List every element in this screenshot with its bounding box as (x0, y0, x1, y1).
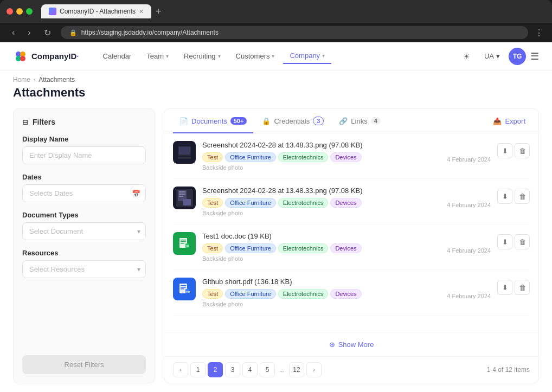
delete-button[interactable]: 🗑 (515, 280, 530, 295)
back-button[interactable]: ‹ (9, 27, 18, 38)
nav-item-calendar[interactable]: Calendar (97, 49, 138, 63)
show-more-button[interactable]: ⊕ Show More (164, 332, 538, 356)
file-preview-icon (176, 144, 193, 161)
svg-rect-12 (179, 196, 183, 197)
file-tags: Test Office Furniture Electrotechnics De… (202, 243, 440, 253)
maximize-button[interactable] (26, 8, 33, 15)
doc-icon: W (178, 237, 191, 250)
svg-rect-11 (179, 194, 185, 195)
svg-point-3 (20, 56, 25, 61)
refresh-button[interactable]: ↻ (41, 27, 54, 39)
tab-credentials[interactable]: 🔒 Credentials 3 (255, 109, 330, 133)
tag-devices: Devices (330, 289, 361, 299)
tag-devices: Devices (330, 198, 361, 208)
nav-item-company[interactable]: Company ▾ (283, 48, 331, 64)
doc-types-label: Document Types (22, 211, 146, 219)
resources-select[interactable]: Select Resources (22, 260, 146, 278)
nav-item-customers[interactable]: Customers ▾ (229, 49, 281, 63)
tabs-bar: 📄 Documents 50+ 🔒 Credentials 3 🔗 Links … (164, 109, 538, 133)
file-info: Test1 doc.doc (19 KB) Test Office Furnit… (202, 232, 440, 262)
page-1-button[interactable]: 1 (190, 362, 206, 377)
chevron-down-icon: ▾ (218, 53, 221, 59)
svg-rect-23 (181, 288, 184, 290)
tag-electrotechnics: Electrotechnics (278, 152, 329, 162)
avatar[interactable]: TG (509, 48, 526, 65)
tag-electrotechnics: Electrotechnics (278, 243, 329, 253)
file-actions: ⬇ 🗑 (497, 141, 530, 158)
tag-test: Test (202, 243, 223, 253)
file-info: Screenshot 2024-02-28 at 13.48.33.png (9… (202, 187, 440, 216)
url-text: https://staging.jsdaddy.io/company/Attac… (81, 29, 219, 36)
nav-label-company: Company (290, 52, 320, 60)
plus-icon: ⊕ (329, 340, 335, 349)
file-tags: Test Office Furniture Electrotechnics De… (202, 289, 440, 299)
tab-links-badge: 4 (371, 117, 381, 125)
display-name-label: Display Name (22, 135, 146, 143)
nav-item-recruiting[interactable]: Recruiting ▾ (177, 49, 227, 63)
main-layout: ⊟ Filters Display Name Dates 📅 Document … (13, 108, 539, 383)
doc-types-select[interactable]: Select Document (22, 222, 146, 240)
chevron-down-icon: ▾ (322, 53, 325, 59)
language-selector[interactable]: UA ▾ (480, 50, 504, 62)
resources-label: Resources (22, 249, 146, 257)
delete-button[interactable]: 🗑 (515, 189, 530, 204)
delete-button[interactable]: 🗑 (515, 143, 530, 158)
nav-links: Calendar Team ▾ Recruiting ▾ Customers ▾… (97, 48, 458, 64)
page-content: Attachments ⊟ Filters Display Name Dates… (0, 86, 552, 392)
chevron-down-icon: ▾ (496, 52, 500, 60)
url-bar[interactable]: 🔒 https://staging.jsdaddy.io/company/Att… (61, 26, 528, 39)
tab-close-button[interactable]: ✕ (139, 8, 144, 15)
tag-devices: Devices (330, 243, 361, 253)
export-label: Export (505, 117, 525, 125)
tab-documents[interactable]: 📄 Documents 50+ (173, 110, 253, 133)
forward-button[interactable]: › (24, 27, 34, 38)
file-description: Backside photo (202, 301, 440, 307)
tag-office-furniture: Office Furniture (225, 152, 276, 162)
tag-office-furniture: Office Furniture (225, 198, 276, 208)
page-3-button[interactable]: 3 (225, 362, 240, 377)
page-2-button[interactable]: 2 (208, 362, 223, 377)
dates-input[interactable] (22, 184, 146, 202)
svg-rect-7 (178, 157, 191, 159)
page-4-button[interactable]: 4 (242, 362, 258, 377)
minimize-button[interactable] (16, 8, 23, 15)
nav-label-customers: Customers (236, 52, 270, 60)
breadcrumb-home[interactable]: Home (13, 76, 30, 83)
pdf-icon: PDF (178, 282, 191, 295)
tag-electrotechnics: Electrotechnics (278, 198, 329, 208)
display-name-input[interactable] (22, 146, 146, 164)
download-button[interactable]: ⬇ (497, 234, 512, 249)
prev-page-button[interactable]: ‹ (173, 362, 188, 377)
new-tab-button[interactable]: + (156, 6, 162, 17)
file-actions: ⬇ 🗑 (497, 278, 530, 295)
next-page-button[interactable]: › (306, 362, 322, 377)
page-5-button[interactable]: 5 (260, 362, 275, 377)
tab-links[interactable]: 🔗 Links 4 (332, 110, 387, 133)
settings-button[interactable]: ☀ (458, 48, 476, 65)
file-actions: ⬇ 🗑 (497, 187, 530, 204)
tab-documents-label: Documents (191, 117, 227, 125)
reset-filters-button[interactable]: Reset Filters (22, 355, 146, 374)
file-name: Github short.pdf (136.18 KB) (202, 278, 440, 286)
document-icon: 📄 (179, 117, 188, 125)
file-name: Test1 doc.doc (19 KB) (202, 232, 440, 240)
page-12-button[interactable]: 12 (289, 362, 304, 377)
hamburger-menu-button[interactable]: ☰ (530, 50, 539, 62)
download-button[interactable]: ⬇ (497, 189, 512, 204)
delete-button[interactable]: 🗑 (515, 234, 530, 249)
page-title: Attachments (13, 86, 539, 100)
export-button[interactable]: 📤 Export (489, 114, 530, 128)
svg-rect-6 (179, 147, 190, 155)
file-list: Screenshot 2024-02-28 at 13.48.33.png (9… (164, 133, 538, 332)
download-button[interactable]: ⬇ (497, 143, 512, 158)
close-button[interactable] (7, 8, 13, 15)
breadcrumb: Home › Attachments (0, 70, 552, 86)
browser-tab[interactable]: CompanyID - Attachments ✕ (41, 4, 151, 18)
file-item: Screenshot 2024-02-28 at 13.48.33.png (9… (173, 133, 530, 179)
dates-input-wrap: 📅 (22, 184, 146, 202)
svg-text:W: W (187, 245, 189, 248)
browser-menu-button[interactable]: ⋮ (535, 28, 543, 38)
download-button[interactable]: ⬇ (497, 280, 512, 295)
logo[interactable]: CompanyID· (13, 49, 79, 64)
nav-item-team[interactable]: Team ▾ (140, 49, 175, 63)
